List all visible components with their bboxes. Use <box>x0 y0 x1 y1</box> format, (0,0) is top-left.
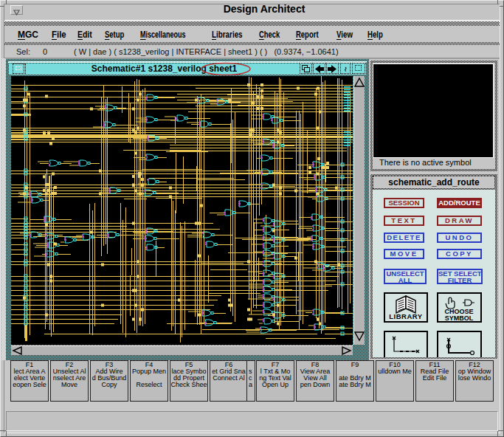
svg-text:ADD: ADD <box>398 355 413 356</box>
svg-text:LIBRARY: LIBRARY <box>389 312 423 320</box>
svg-text:SYMBOL: SYMBOL <box>445 314 474 321</box>
